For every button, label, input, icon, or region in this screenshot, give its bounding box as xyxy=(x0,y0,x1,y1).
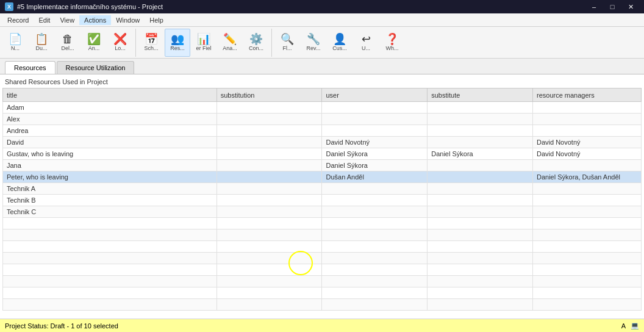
maximize-button[interactable]: □ xyxy=(604,0,621,13)
schedule-label: Sch... xyxy=(144,46,158,52)
cell-substitute xyxy=(428,137,533,148)
new-button[interactable]: 📄 N... xyxy=(2,29,28,57)
cell-user: Dušan Anděl xyxy=(322,171,428,183)
fl-button[interactable]: 🔍 Fl... xyxy=(274,29,300,57)
user-label: U... xyxy=(362,46,370,52)
menu-record[interactable]: Record xyxy=(2,15,34,25)
resources-button[interactable]: 👥 Res... xyxy=(165,29,190,57)
table-container[interactable]: title substitution user substitute resou… xyxy=(2,88,642,319)
close-button[interactable]: ✕ xyxy=(622,0,639,13)
review-button[interactable]: 🔧 Rev... xyxy=(301,29,326,57)
cell-user: Daniel Sýkora xyxy=(322,160,428,171)
menu-help[interactable]: Help xyxy=(145,15,168,25)
fl-icon: 🔍 xyxy=(281,34,294,45)
duplicate-button[interactable]: 📋 Du... xyxy=(29,29,54,57)
tab-resources[interactable]: Resources xyxy=(5,61,55,74)
cell-substitute: Daniel Sýkora xyxy=(428,148,533,160)
tab-bar: Resources Resource Utilization xyxy=(0,59,644,74)
cell-substitution xyxy=(216,148,322,160)
table-row-selected[interactable]: Peter, who is leaving Dušan Anděl Daniel… xyxy=(3,171,642,183)
log-icon: ❌ xyxy=(113,34,127,45)
menu-view[interactable]: View xyxy=(55,15,79,25)
approve-button[interactable]: ✅ An... xyxy=(81,29,107,57)
table-row[interactable]: Technik A xyxy=(3,183,642,195)
table-row[interactable]: Technik B xyxy=(3,195,642,206)
main-area: Resources Resource Utilization Shared Re… xyxy=(0,59,644,332)
minimize-button[interactable]: – xyxy=(585,0,603,13)
app-icon: X xyxy=(5,2,13,11)
analyze-button[interactable]: ✏️ Ana... xyxy=(217,29,243,57)
cell-title: Jana xyxy=(3,160,217,171)
tab-utilization[interactable]: Resource Utilization xyxy=(57,61,135,74)
log-label: Lo... xyxy=(115,46,126,52)
custom-button[interactable]: 👤 Cus... xyxy=(327,29,352,57)
cell-title: Alex xyxy=(3,114,217,125)
log-button[interactable]: ❌ Lo... xyxy=(107,29,133,57)
er-field-button[interactable]: 📊 er Fiel xyxy=(191,29,216,57)
resources-icon: 👥 xyxy=(171,34,184,45)
cell-title: Peter, who is leaving xyxy=(3,171,217,183)
cell-substitution xyxy=(216,160,322,171)
menu-window[interactable]: Window xyxy=(111,15,145,25)
cell-user xyxy=(322,102,428,114)
help-icon: ❓ xyxy=(385,34,399,45)
cell-substitute xyxy=(428,102,533,114)
delete-button[interactable]: 🗑 Del... xyxy=(55,29,80,57)
table-row[interactable]: Adam xyxy=(3,102,642,114)
table-row[interactable]: David David Novotný David Novotný xyxy=(3,137,642,148)
toolbar-group-1: 📄 N... 📋 Du... 🗑 Del... ✅ An... ❌ Lo... xyxy=(2,29,136,57)
cell-substitute xyxy=(428,195,533,206)
menu-edit[interactable]: Edit xyxy=(34,15,55,25)
title-bar: X #5 Implementace informačního systému -… xyxy=(0,0,644,13)
content-area: Shared Resources Used in Project title s… xyxy=(0,74,644,332)
window-controls[interactable]: – □ ✕ xyxy=(585,0,639,13)
connect-button[interactable]: ⚙️ Con... xyxy=(243,29,269,57)
review-icon: 🔧 xyxy=(307,34,320,45)
er-field-icon: 📊 xyxy=(197,34,210,45)
new-label: N... xyxy=(11,46,20,52)
cell-substitution xyxy=(216,137,322,148)
custom-icon: 👤 xyxy=(333,34,346,45)
cell-substitute xyxy=(428,206,533,218)
table-row[interactable]: Technik C xyxy=(3,206,642,218)
help-button[interactable]: ❓ Wh... xyxy=(379,29,405,57)
user-icon: ↩ xyxy=(362,34,371,45)
schedule-button[interactable]: 📅 Sch... xyxy=(138,29,164,57)
cell-substitution xyxy=(216,102,322,114)
cell-substitution-highlighted[interactable] xyxy=(216,206,322,218)
cell-user xyxy=(322,206,428,218)
delete-label: Del... xyxy=(61,46,74,52)
cell-user xyxy=(322,125,428,137)
cell-managers xyxy=(532,206,641,218)
duplicate-label: Du... xyxy=(35,46,47,52)
help-label: Wh... xyxy=(385,46,398,52)
table-row[interactable]: Alex xyxy=(3,114,642,125)
cell-managers: David Novotný xyxy=(532,148,641,160)
status-right: A 💻 xyxy=(621,322,639,330)
cell-managers: Daniel Sýkora, Dušan Anděl xyxy=(532,171,641,183)
table-row-empty xyxy=(3,218,642,229)
table-row-empty xyxy=(3,287,642,299)
user-button[interactable]: ↩ U... xyxy=(353,29,379,57)
duplicate-icon: 📋 xyxy=(35,34,48,45)
col-header-substitution: substitution xyxy=(216,88,322,102)
cell-managers xyxy=(532,102,641,114)
table-row[interactable]: Jana Daniel Sýkora xyxy=(3,160,642,171)
approve-icon: ✅ xyxy=(87,34,101,45)
cell-managers xyxy=(532,114,641,125)
analyze-label: Ana... xyxy=(223,46,237,52)
table-row[interactable]: Gustav, who is leaving Daniel Sýkora Dan… xyxy=(3,148,642,160)
resources-label: Res... xyxy=(170,46,185,52)
table-row-empty xyxy=(3,253,642,264)
cell-substitute xyxy=(428,183,533,195)
connect-label: Con... xyxy=(249,46,263,52)
col-header-title: title xyxy=(3,88,217,102)
table-row-empty xyxy=(3,276,642,287)
schedule-icon: 📅 xyxy=(145,34,158,45)
table-row[interactable]: Andrea xyxy=(3,125,642,137)
table-row-empty xyxy=(3,229,642,241)
menu-actions[interactable]: Actions xyxy=(79,15,111,25)
col-header-managers: resource managers xyxy=(532,88,641,102)
cell-substitute xyxy=(428,171,533,183)
toolbar: 📄 N... 📋 Du... 🗑 Del... ✅ An... ❌ Lo... … xyxy=(0,27,644,59)
